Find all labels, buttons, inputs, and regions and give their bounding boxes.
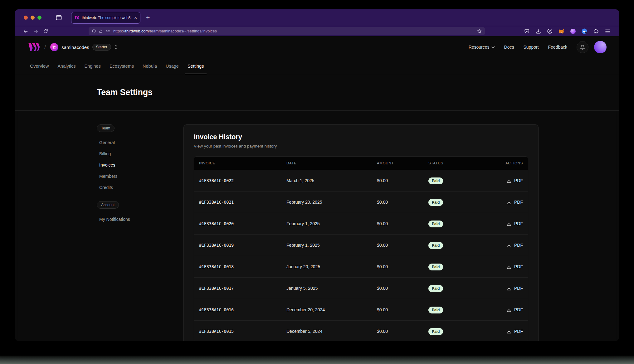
user-avatar[interactable] xyxy=(594,41,607,53)
table-row: #1F33BA1C-0017 January 5, 2025 $0.00 Pai… xyxy=(194,277,528,299)
invoice-number: #1F33BA1C-0019 xyxy=(194,243,281,248)
invoice-history-card: Invoice History View your past invoices … xyxy=(183,124,539,341)
connection-lock-icon[interactable] xyxy=(99,29,103,33)
site-permissions-icon[interactable] xyxy=(105,29,110,33)
invoice-status: Paid xyxy=(423,243,495,248)
download-pdf-button[interactable]: PDF xyxy=(507,178,523,183)
dashboard-tab-settings[interactable]: Settings xyxy=(183,58,208,74)
sidebar-item-my-notifications[interactable]: My Notifications xyxy=(99,214,164,225)
pocket-icon[interactable] xyxy=(522,27,531,35)
sidebar-item-invoices[interactable]: Invoices xyxy=(99,159,164,171)
sidebar-item-members[interactable]: Members xyxy=(99,171,164,182)
download-pdf-button[interactable]: PDF xyxy=(507,329,523,334)
invoice-number: #1F33BA1C-0015 xyxy=(194,329,281,334)
header-link-label: Feedback xyxy=(548,45,567,50)
site-header: / saminacodes Starter xyxy=(15,36,619,58)
invoice-amount: $0.00 xyxy=(372,286,423,291)
account-icon[interactable] xyxy=(545,27,554,35)
invoice-status: Paid xyxy=(423,221,495,226)
menu-hamburger-icon[interactable] xyxy=(603,27,612,35)
table-row: #1F33BA1C-0020 February 1, 2025 $0.00 Pa… xyxy=(194,213,528,234)
url-bar[interactable]: https://thirdweb.com/team/saminacodes/~/… xyxy=(89,27,485,35)
invoice-actions: PDF xyxy=(495,329,528,334)
close-window-button[interactable] xyxy=(24,16,28,20)
download-icon xyxy=(507,265,511,269)
desktop-wallpaper xyxy=(0,356,634,364)
notifications-bell-icon[interactable] xyxy=(577,41,588,53)
new-tab-button[interactable]: + xyxy=(146,14,150,21)
url-path: /team/saminacodes/~/settings/invoices xyxy=(149,29,217,33)
invoice-number: #1F33BA1C-0017 xyxy=(194,286,281,291)
dashboard-tab-analytics[interactable]: Analytics xyxy=(53,58,80,74)
zoom-window-button[interactable] xyxy=(37,16,41,20)
pdf-label: PDF xyxy=(514,200,523,205)
minimize-window-button[interactable] xyxy=(31,16,35,20)
settings-sidebar: Team General Billing Invoices Members Cr… xyxy=(97,124,164,228)
download-icon xyxy=(507,200,511,205)
thirdweb-dashboard-page: / saminacodes Starter xyxy=(15,36,619,341)
header-link-resources[interactable]: Resources xyxy=(469,45,495,50)
back-icon[interactable] xyxy=(21,27,31,35)
download-icon xyxy=(507,329,511,334)
browser-tab[interactable]: thirdweb: The complete web3 d × xyxy=(71,12,140,24)
dashboard-tab-engines[interactable]: Engines xyxy=(80,58,105,74)
desktop: thirdweb: The complete web3 d × + xyxy=(0,0,634,364)
table-row: #1F33BA1C-0022 March 1, 2025 $0.00 Paid xyxy=(194,170,528,191)
download-pdf-button[interactable]: PDF xyxy=(507,200,523,205)
tab-close-icon[interactable]: × xyxy=(134,15,137,20)
download-pdf-button[interactable]: PDF xyxy=(507,264,523,269)
url-scheme: https:// xyxy=(113,29,125,33)
table-row: #1F33BA1C-0015 December 5, 2024 $0.00 Pa… xyxy=(194,320,528,341)
reload-icon[interactable] xyxy=(41,27,51,35)
card-title: Invoice History xyxy=(194,133,528,141)
column-header-date: DATE xyxy=(281,161,372,165)
invoice-number: #1F33BA1C-0020 xyxy=(194,221,281,226)
download-pdf-button[interactable]: PDF xyxy=(507,307,523,312)
header-link-docs[interactable]: Docs xyxy=(504,45,514,50)
invoice-actions: PDF xyxy=(495,221,528,226)
dashboard-tab-overview[interactable]: Overview xyxy=(26,58,53,74)
pdf-label: PDF xyxy=(514,221,523,226)
download-pdf-button[interactable]: PDF xyxy=(507,243,523,248)
invoice-number: #1F33BA1C-0021 xyxy=(194,200,281,205)
header-link-feedback[interactable]: Feedback xyxy=(548,45,567,50)
invoice-date: December 20, 2024 xyxy=(281,307,372,312)
sidebar-item-billing[interactable]: Billing xyxy=(99,148,164,159)
extensions-puzzle-icon[interactable] xyxy=(591,27,601,35)
sidebar-item-general[interactable]: General xyxy=(99,137,164,148)
download-icon xyxy=(507,221,511,226)
invoice-number: #1F33BA1C-0022 xyxy=(194,178,281,183)
header-link-support[interactable]: Support xyxy=(523,45,539,50)
dashboard-nav-tabs: Overview Analytics Engines Ecosystems xyxy=(15,58,619,74)
downloads-icon[interactable] xyxy=(534,27,543,35)
firefox-view-icon[interactable] xyxy=(56,15,62,20)
dashboard-tab-label: Settings xyxy=(188,64,204,69)
invoice-amount: $0.00 xyxy=(372,243,423,248)
team-switcher-chevrons-icon xyxy=(114,45,118,50)
dashboard-tab-label: Overview xyxy=(30,64,49,69)
purple-extension-icon[interactable] xyxy=(568,27,578,35)
url-text[interactable]: https://thirdweb.com/team/saminacodes/~/… xyxy=(113,29,474,33)
forward-icon[interactable] xyxy=(31,27,41,35)
sidebar-account-items: My Notifications xyxy=(99,214,164,225)
invoice-actions: PDF xyxy=(495,243,528,248)
sidebar-item-credits[interactable]: Credits xyxy=(99,182,164,193)
metamask-extension-icon[interactable] xyxy=(557,27,566,35)
team-switcher[interactable]: saminacodes Starter xyxy=(50,43,118,51)
status-badge: Paid xyxy=(428,221,443,227)
dashboard-tab-nebula[interactable]: Nebula xyxy=(138,58,161,74)
blue-extension-icon[interactable] xyxy=(580,27,589,35)
invoice-status: Paid xyxy=(423,264,495,269)
sidebar-section-badge-account: Account xyxy=(97,201,119,209)
download-pdf-button[interactable]: PDF xyxy=(507,221,523,226)
team-name: saminacodes xyxy=(61,45,89,50)
invoice-actions: PDF xyxy=(495,307,528,312)
thirdweb-logo[interactable] xyxy=(28,43,40,51)
download-pdf-button[interactable]: PDF xyxy=(507,286,523,291)
dashboard-tab-ecosystems[interactable]: Ecosystems xyxy=(105,58,138,74)
dashboard-tab-usage[interactable]: Usage xyxy=(161,58,183,74)
invoice-amount: $0.00 xyxy=(372,200,423,205)
breadcrumb-separator: / xyxy=(44,44,46,51)
tracking-protection-shield-icon[interactable] xyxy=(92,29,96,34)
bookmark-star-icon[interactable] xyxy=(477,29,482,34)
